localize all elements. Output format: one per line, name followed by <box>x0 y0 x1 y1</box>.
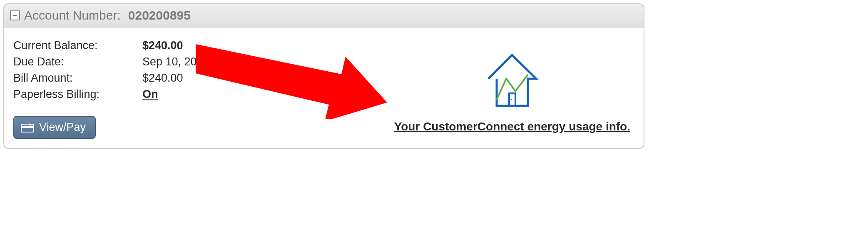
account-panel: − Account Number: 020200895 Current Bala… <box>3 3 644 149</box>
svg-point-4 <box>510 99 512 100</box>
svg-marker-2 <box>196 44 387 119</box>
current-balance-label: Current Balance: <box>13 39 142 52</box>
paperless-value[interactable]: On <box>142 88 158 101</box>
account-number-label: Account Number: <box>24 8 121 22</box>
due-date-value: Sep 10, 2021 <box>142 55 209 68</box>
minus-icon: − <box>13 12 17 19</box>
panel-body: Current Balance: $240.00 Due Date: Sep 1… <box>4 28 644 148</box>
bill-amount-row: Bill Amount: $240.00 <box>13 72 209 85</box>
bill-amount-value: $240.00 <box>142 72 183 85</box>
current-balance-row: Current Balance: $240.00 <box>13 39 209 52</box>
view-pay-button[interactable]: View/Pay <box>13 116 96 139</box>
current-balance-value: $240.00 <box>142 39 183 52</box>
bill-amount-label: Bill Amount: <box>13 72 142 85</box>
due-date-label: Due Date: <box>13 55 142 68</box>
view-pay-label: View/Pay <box>39 121 86 134</box>
energy-usage-link[interactable]: Your CustomerConnect energy usage info. <box>394 120 630 133</box>
svg-rect-1 <box>21 126 34 128</box>
due-date-row: Due Date: Sep 10, 2021 <box>13 55 209 68</box>
collapse-toggle[interactable]: − <box>10 10 20 20</box>
paperless-label: Paperless Billing: <box>13 88 142 101</box>
paperless-row: Paperless Billing: On <box>13 88 209 101</box>
billing-details: Current Balance: $240.00 Due Date: Sep 1… <box>13 39 209 139</box>
credit-card-icon <box>21 122 34 132</box>
svg-rect-0 <box>21 124 34 132</box>
annotation-arrow-icon <box>196 40 387 119</box>
panel-header: − Account Number: 020200895 <box>4 4 644 28</box>
svg-rect-3 <box>509 93 515 106</box>
account-number-value: 020200895 <box>128 8 191 22</box>
energy-usage-section: Your CustomerConnect energy usage info. <box>394 39 634 139</box>
house-up-arrow-icon <box>482 52 542 110</box>
